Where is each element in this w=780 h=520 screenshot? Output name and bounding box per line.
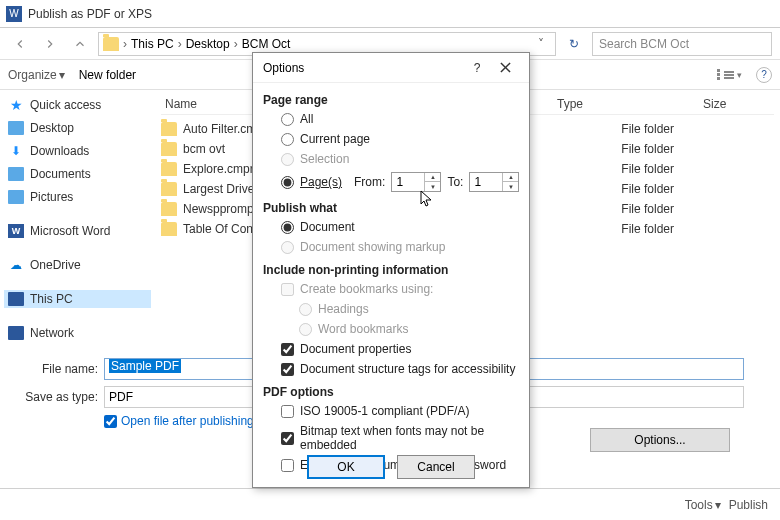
- radio-selection: Selection: [281, 151, 519, 167]
- ok-button[interactable]: OK: [307, 455, 385, 479]
- include-heading: Include non-printing information: [263, 263, 519, 277]
- chevron-right-icon: ›: [178, 37, 182, 51]
- sidebar-item-desktop[interactable]: Desktop: [4, 119, 151, 137]
- spin-down-icon[interactable]: ▼: [503, 182, 518, 191]
- check-create-bookmarks: Create bookmarks using:: [281, 281, 519, 297]
- sidebar-item-network[interactable]: Network: [4, 324, 151, 342]
- folder-icon: [161, 222, 177, 236]
- sidebar-item-pictures[interactable]: Pictures: [4, 188, 151, 206]
- view-options[interactable]: ▾: [717, 69, 742, 80]
- check-doc-properties[interactable]: Document properties: [281, 341, 519, 357]
- breadcrumb-this-pc[interactable]: This PC: [131, 37, 174, 51]
- save-as-type-label: Save as type:: [12, 390, 98, 404]
- to-label: To:: [447, 175, 463, 189]
- folder-icon: [161, 182, 177, 196]
- options-button[interactable]: Options...: [590, 428, 730, 452]
- sidebar-item-word[interactable]: WMicrosoft Word: [4, 222, 151, 240]
- from-label: From:: [354, 175, 385, 189]
- radio-headings: Headings: [299, 301, 519, 317]
- check-bitmap[interactable]: Bitmap text when fonts may not be embedd…: [281, 423, 519, 453]
- pc-icon: [8, 292, 24, 306]
- documents-icon: [8, 167, 24, 181]
- chevron-right-icon: ›: [234, 37, 238, 51]
- download-icon: ⬇: [8, 144, 24, 158]
- publish-button[interactable]: Publish: [729, 498, 768, 512]
- forward-button[interactable]: [38, 32, 62, 56]
- spin-down-icon[interactable]: ▼: [425, 182, 440, 191]
- col-size[interactable]: Size: [703, 97, 726, 111]
- radio-document[interactable]: Document: [281, 219, 519, 235]
- radio-pages[interactable]: Page(s) From: ▲▼ To: ▲▼: [281, 171, 519, 193]
- organize-menu[interactable]: Organize▾: [8, 68, 65, 82]
- spin-up-icon[interactable]: ▲: [503, 173, 518, 182]
- radio-document-markup: Document showing markup: [281, 239, 519, 255]
- options-titlebar: Options ?: [253, 53, 529, 83]
- from-spinner[interactable]: ▲▼: [391, 172, 441, 192]
- network-icon: [8, 326, 24, 340]
- folder-icon: [161, 162, 177, 176]
- desktop-icon: [8, 121, 24, 135]
- sidebar-item-onedrive[interactable]: ☁OneDrive: [4, 256, 151, 274]
- breadcrumb-desktop[interactable]: Desktop: [186, 37, 230, 51]
- refresh-button[interactable]: ↻: [562, 37, 586, 51]
- back-button[interactable]: [8, 32, 32, 56]
- radio-all[interactable]: All: [281, 111, 519, 127]
- address-dropdown[interactable]: ˅: [531, 37, 551, 51]
- options-dialog: Options ? Page range All Current page Se…: [252, 52, 530, 488]
- breadcrumb-bcm-oct[interactable]: BCM Oct: [242, 37, 291, 51]
- folder-icon: [161, 142, 177, 156]
- help-button[interactable]: ?: [756, 67, 772, 83]
- window-titlebar: W Publish as PDF or XPS: [0, 0, 780, 28]
- search-input[interactable]: Search BCM Oct: [592, 32, 772, 56]
- publish-what-heading: Publish what: [263, 201, 519, 215]
- options-title: Options: [263, 61, 463, 75]
- chevron-right-icon: ›: [123, 37, 127, 51]
- sidebar-item-documents[interactable]: Documents: [4, 165, 151, 183]
- pdf-options-heading: PDF options: [263, 385, 519, 399]
- col-name[interactable]: Name: [165, 97, 197, 111]
- chevron-down-icon: ▾: [737, 70, 742, 80]
- new-folder-button[interactable]: New folder: [79, 68, 136, 82]
- app-icon: W: [6, 6, 22, 22]
- file-name-label: File name:: [12, 362, 98, 376]
- open-after-label: Open file after publishing: [121, 414, 254, 428]
- dialog-footer: Tools▾ Publish: [0, 488, 780, 520]
- check-iso[interactable]: ISO 19005-1 compliant (PDF/A): [281, 403, 519, 419]
- options-footer: OK Cancel: [253, 455, 529, 479]
- to-spinner[interactable]: ▲▼: [469, 172, 519, 192]
- star-icon: ★: [8, 98, 24, 112]
- to-input[interactable]: [470, 173, 502, 191]
- nav-tree[interactable]: ★Quick access Desktop ⬇Downloads Documen…: [0, 90, 155, 350]
- help-button[interactable]: ?: [463, 54, 491, 82]
- window-title: Publish as PDF or XPS: [28, 7, 152, 21]
- chevron-down-icon: ▾: [59, 68, 65, 82]
- radio-word-bookmarks: Word bookmarks: [299, 321, 519, 337]
- check-doc-structure[interactable]: Document structure tags for accessibilit…: [281, 361, 519, 377]
- col-type[interactable]: Type: [557, 97, 583, 111]
- sidebar-item-downloads[interactable]: ⬇Downloads: [4, 142, 151, 160]
- sidebar-item-this-pc[interactable]: This PC: [4, 290, 151, 308]
- cancel-button[interactable]: Cancel: [397, 455, 475, 479]
- up-button[interactable]: [68, 32, 92, 56]
- from-input[interactable]: [392, 173, 424, 191]
- close-button[interactable]: [491, 54, 519, 82]
- word-icon: W: [8, 224, 24, 238]
- page-range-heading: Page range: [263, 93, 519, 107]
- options-body: Page range All Current page Selection Pa…: [253, 83, 529, 477]
- chevron-down-icon: ▾: [715, 498, 721, 512]
- onedrive-icon: ☁: [8, 258, 24, 272]
- tools-menu[interactable]: Tools▾: [685, 498, 721, 512]
- folder-icon: [161, 122, 177, 136]
- spin-up-icon[interactable]: ▲: [425, 173, 440, 182]
- folder-icon: [103, 37, 119, 51]
- open-after-check-input[interactable]: [104, 415, 117, 428]
- pictures-icon: [8, 190, 24, 204]
- search-placeholder: Search BCM Oct: [599, 37, 689, 51]
- sidebar-item-quick-access[interactable]: ★Quick access: [4, 96, 151, 114]
- radio-current-page[interactable]: Current page: [281, 131, 519, 147]
- folder-icon: [161, 202, 177, 216]
